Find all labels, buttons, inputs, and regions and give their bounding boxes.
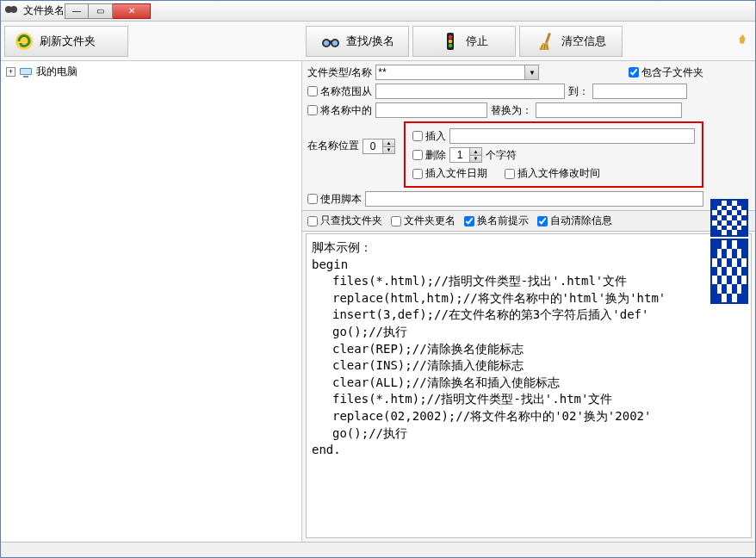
statusbar [1, 542, 755, 557]
range-from-input[interactable] [375, 84, 565, 99]
script-path-input[interactable] [365, 191, 703, 207]
insert-date-checkbox[interactable]: 插入文件日期 [412, 166, 487, 181]
folder-tree[interactable]: + 我的电脑 [1, 61, 302, 542]
svg-rect-22 [23, 76, 28, 78]
replace-with-label: 替换为： [491, 103, 532, 118]
clear-info-button[interactable]: 清空信息 [519, 26, 623, 57]
broom-icon [536, 31, 556, 52]
delete-checkbox[interactable]: 删除 [412, 148, 446, 163]
filetype-combo[interactable]: ▼ [375, 65, 539, 80]
svg-point-8 [324, 40, 329, 46]
stop-button[interactable]: 停止 [412, 26, 516, 57]
include-subfolders-checkbox[interactable]: 包含子文件夹 [629, 65, 703, 80]
delete-count-spinner[interactable]: ▲▼ [449, 147, 482, 163]
svg-marker-19 [740, 34, 746, 44]
insert-text-input[interactable] [449, 128, 695, 144]
replace-with-input[interactable] [536, 102, 682, 118]
replace-in-checkbox[interactable]: 将名称中的 [307, 103, 372, 118]
clear-label: 清空信息 [561, 34, 606, 49]
range-to-input[interactable] [592, 84, 687, 99]
script-example-area[interactable]: 脚本示例： begin files(*.html);//指明文件类型-找出'.h… [306, 233, 752, 538]
svg-rect-21 [21, 69, 31, 74]
filetype-label: 文件类型/名称 [307, 65, 372, 80]
expand-icon[interactable]: + [6, 67, 15, 77]
range-from-checkbox[interactable]: 名称范围从 [307, 84, 372, 99]
filter-options-row: 只查找文件夹 文件夹更名 换名前提示 自动清除信息 [302, 210, 755, 232]
refresh-folder-button[interactable]: 刷新文件夹 [4, 26, 128, 57]
filetype-input[interactable] [376, 65, 524, 79]
svg-rect-7 [329, 40, 332, 44]
body-split: + 我的电脑 文件类型/名称 ▼ 包含子文件夹 [1, 61, 755, 542]
svg-point-13 [449, 43, 452, 46]
toolbar: 刷新文件夹 查找/换名 停止 清空信息 [1, 22, 755, 61]
insert-delete-group: 插入 删除 ▲▼ [404, 121, 703, 188]
maximize-button[interactable]: ▭ [89, 3, 113, 19]
computer-icon [19, 65, 33, 79]
chars-label: 个字符 [486, 148, 517, 163]
minimize-button[interactable]: — [65, 3, 89, 19]
autoclear-checkbox[interactable]: 自动清除信息 [537, 214, 612, 228]
chevron-down-icon[interactable]: ▼ [524, 65, 538, 79]
find-replace-button[interactable]: 查找/换名 [306, 26, 409, 57]
qr-code-icon [710, 199, 748, 237]
range-to-label: 到： [568, 84, 589, 99]
stop-label: 停止 [466, 34, 488, 49]
svg-rect-2 [10, 9, 12, 10]
use-script-checkbox[interactable]: 使用脚本 [307, 192, 362, 207]
overflow-icon[interactable] [736, 32, 752, 50]
spin-up-icon[interactable]: ▲ [383, 140, 394, 146]
replace-find-input[interactable] [375, 102, 487, 118]
svg-rect-14 [545, 33, 551, 43]
refresh-label: 刷新文件夹 [40, 34, 96, 49]
insert-checkbox[interactable]: 插入 [412, 129, 446, 144]
tree-root-node[interactable]: + 我的电脑 [6, 65, 296, 79]
svg-point-11 [449, 34, 452, 38]
app-window: 文件换名 — ▭ ✕ 刷新文件夹 查找/换名 [0, 0, 756, 558]
right-pane: 文件类型/名称 ▼ 包含子文件夹 名称范围从 [302, 61, 755, 542]
svg-point-12 [449, 39, 452, 42]
traffic-light-icon [440, 31, 461, 52]
tree-root-label: 我的电脑 [36, 65, 77, 79]
qr-codes [710, 199, 748, 306]
spin-down-icon[interactable]: ▼ [383, 146, 394, 154]
options-panel: 文件类型/名称 ▼ 包含子文件夹 名称范围从 [302, 61, 755, 210]
qr-code-icon [710, 239, 748, 304]
at-position-label: 在名称位置 [307, 121, 359, 153]
position-spinner[interactable]: ▲▼ [363, 139, 395, 154]
svg-point-9 [332, 40, 338, 46]
binoculars-icon [320, 31, 341, 52]
refresh-icon [14, 31, 34, 52]
window-title: 文件换名 [23, 3, 65, 18]
prompt-checkbox[interactable]: 换名前提示 [464, 214, 529, 228]
rename-folders-checkbox[interactable]: 文件夹更名 [391, 214, 455, 228]
only-folders-checkbox[interactable]: 只查找文件夹 [307, 214, 382, 228]
spin-up-icon[interactable]: ▲ [470, 148, 481, 155]
close-button[interactable]: ✕ [113, 3, 151, 19]
window-controls: — ▭ ✕ [65, 3, 151, 19]
spin-down-icon[interactable]: ▼ [470, 155, 481, 163]
titlebar: 文件换名 — ▭ ✕ [1, 1, 755, 22]
app-icon [4, 4, 18, 18]
find-replace-label: 查找/换名 [346, 34, 394, 49]
insert-mtime-checkbox[interactable]: 插入文件修改时间 [505, 166, 600, 181]
